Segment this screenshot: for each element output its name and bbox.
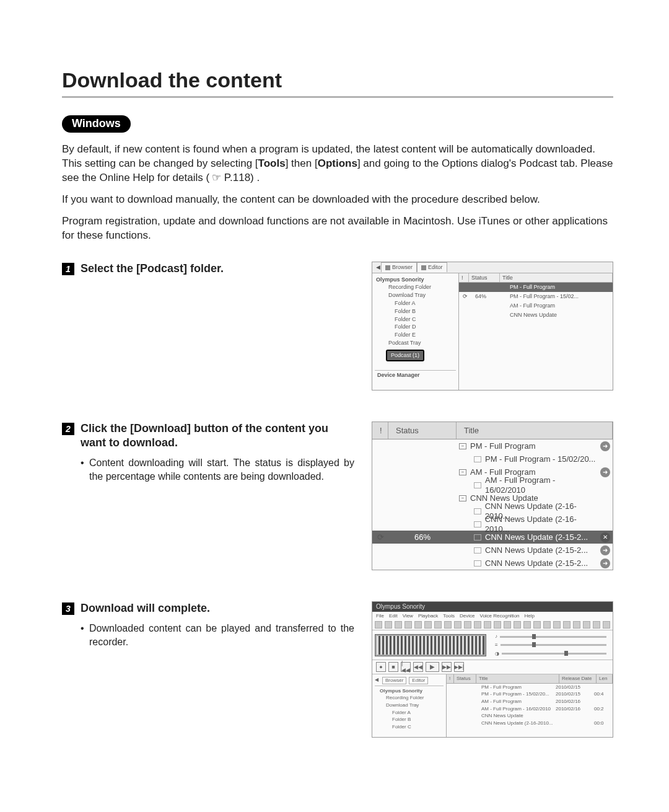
cancel-download-button[interactable]: ✕	[600, 532, 610, 542]
toolbar-button[interactable]	[494, 621, 501, 629]
toolbar-button[interactable]	[454, 621, 461, 629]
tree-node[interactable]: Folder B	[375, 716, 444, 723]
play-button[interactable]: ▶	[426, 662, 439, 672]
toolbar-button[interactable]	[434, 621, 442, 629]
list-item[interactable]: CNN News Update (2-16-2010...00:0	[447, 720, 613, 727]
stop-button[interactable]: ■	[388, 662, 398, 672]
menu-item[interactable]: View	[403, 613, 413, 619]
tree-node[interactable]: Recording Folder	[375, 694, 444, 702]
list-item[interactable]: ⟳66%CNN News Update (2-15-2...✕	[372, 531, 613, 544]
tree-node[interactable]: Download Tray	[375, 702, 444, 709]
toolbar-button[interactable]	[593, 621, 600, 629]
tab-editor[interactable]: Editor	[409, 677, 428, 684]
toolbar-button[interactable]	[395, 621, 402, 629]
list-item[interactable]: CNN News Update	[447, 712, 613, 720]
toolbar-button[interactable]	[553, 621, 561, 629]
tab-editor[interactable]: Editor	[417, 262, 447, 272]
device-manager-node[interactable]: Device Manager	[375, 370, 456, 379]
list-item[interactable]: CNN News Update	[459, 311, 613, 320]
toolbar-button[interactable]	[444, 621, 452, 629]
tab-browser[interactable]: Browser	[381, 262, 417, 272]
menu-item[interactable]: Edit	[389, 613, 398, 619]
menu-item[interactable]: Help	[525, 613, 535, 619]
toolbar-button[interactable]	[583, 621, 590, 629]
col-status[interactable]: Status	[454, 674, 476, 683]
tree-node[interactable]: Recording Folder	[375, 283, 456, 291]
col-title[interactable]: Title	[457, 422, 613, 439]
tree-node[interactable]: Folder E	[375, 331, 456, 339]
slider[interactable]: ◑	[495, 651, 606, 657]
col-title[interactable]: Title	[476, 674, 559, 683]
list-item[interactable]: −PM - Full Program➜	[372, 439, 613, 452]
tree-node[interactable]: Folder C	[375, 723, 444, 731]
list-item[interactable]: ⟳64%PM - Full Program - 15/02...	[459, 292, 613, 301]
slider[interactable]: ♪	[495, 633, 606, 640]
list-item[interactable]: PM - Full Program - 15/02/20...2010/02/1…	[447, 691, 613, 698]
list-item[interactable]: CNN News Update (2-16-2010...	[372, 518, 613, 531]
download-button[interactable]: ➜	[600, 545, 610, 555]
toolbar-button[interactable]	[514, 621, 521, 629]
menu-item[interactable]: Playback	[418, 613, 438, 619]
collapse-icon[interactable]: −	[459, 443, 466, 449]
list-item[interactable]: AM - Full Program2010/02/16	[447, 698, 613, 705]
rewind-button[interactable]: ◀◀	[413, 662, 423, 672]
slider[interactable]: ≡	[495, 642, 606, 648]
toolbar-button[interactable]	[573, 621, 580, 629]
col-status[interactable]: Status	[388, 422, 457, 439]
list-item[interactable]: AM - Full Program - 16/02/2010	[372, 479, 613, 492]
toolbar-button[interactable]	[474, 621, 481, 629]
toolbar-button[interactable]	[504, 621, 511, 629]
col-title[interactable]: Title	[500, 273, 613, 283]
toolbar-button[interactable]	[424, 621, 432, 629]
toolbar-button[interactable]	[385, 621, 392, 629]
menu-item[interactable]: Voice Recognition	[480, 613, 520, 619]
col-length[interactable]: Len	[597, 674, 613, 683]
toolbar-button[interactable]	[375, 621, 382, 629]
download-button[interactable]: ➜	[600, 441, 610, 451]
list-item[interactable]: AM - Full Program - 16/02/20102010/02/16…	[447, 705, 613, 713]
tree-node[interactable]: Folder C	[375, 316, 456, 324]
col-important[interactable]: !	[459, 273, 469, 283]
collapse-icon[interactable]: −	[459, 495, 466, 501]
menu-item[interactable]: Tools	[443, 613, 455, 619]
tree-root[interactable]: Olympus Sonority	[375, 276, 456, 284]
tree-node[interactable]: Folder A	[375, 299, 456, 307]
download-button[interactable]: ➜	[600, 467, 610, 477]
toolbar-button[interactable]	[543, 621, 551, 629]
forward-button[interactable]: ▶▶	[442, 662, 452, 672]
tree-node-podcast-selected[interactable]: Podcast (1)	[386, 350, 424, 361]
toolbar-button[interactable]	[603, 621, 610, 629]
toolbar-button[interactable]	[533, 621, 541, 629]
record-button[interactable]: ●	[376, 662, 386, 672]
menu-item[interactable]: File	[376, 613, 384, 619]
col-status[interactable]: Status	[469, 273, 500, 283]
list-item[interactable]: CNN News Update (2-15-2...➜	[372, 557, 613, 570]
col-release-date[interactable]: Release Date	[559, 674, 597, 683]
toolbar-button[interactable]	[523, 621, 531, 629]
col-important[interactable]: !	[372, 422, 388, 439]
download-button[interactable]: ➜	[600, 558, 610, 568]
list-item[interactable]: CNN News Update (2-15-2...➜	[372, 544, 613, 557]
tab-browser[interactable]: Browser	[382, 677, 406, 684]
tree-node[interactable]: Download Tray	[375, 291, 456, 299]
toolbar-button[interactable]	[464, 621, 471, 629]
toolbar-button[interactable]	[563, 621, 571, 629]
toolbar-button[interactable]	[404, 621, 412, 629]
list-item[interactable]: PM - Full Program	[459, 283, 613, 292]
list-item[interactable]: PM - Full Program2010/02/15	[447, 684, 613, 691]
toolbar-button[interactable]	[484, 621, 491, 629]
toolbar-button[interactable]	[414, 621, 422, 629]
collapse-icon[interactable]: −	[459, 469, 466, 475]
podcast-label: Podcast	[140, 262, 183, 275]
tree-node[interactable]: Folder B	[375, 307, 456, 316]
col-important[interactable]: !	[447, 674, 454, 683]
prev-button[interactable]: |◀◀	[401, 662, 411, 672]
tree-node[interactable]: Folder A	[375, 709, 444, 717]
next-button[interactable]: ▶▶|	[454, 662, 464, 672]
tree-node[interactable]: Podcast Tray	[375, 339, 456, 347]
list-item[interactable]: AM - Full Program	[459, 301, 613, 311]
menu-item[interactable]: Device	[460, 613, 474, 619]
tree-root[interactable]: Olympus Sonority	[375, 687, 444, 695]
list-item[interactable]: PM - Full Program - 15/02/20...	[372, 452, 613, 466]
tree-node[interactable]: Folder D	[375, 323, 456, 331]
